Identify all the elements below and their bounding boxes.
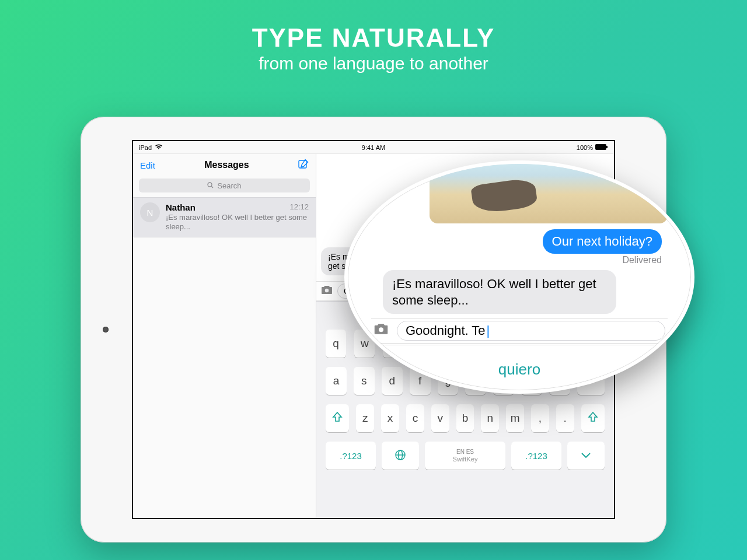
key-period[interactable]: . (556, 404, 574, 432)
message-input-zoom[interactable]: Goodnight. Te | (397, 321, 665, 341)
svg-point-9 (379, 327, 383, 332)
globe-icon (395, 449, 406, 463)
key-q[interactable]: q (326, 330, 346, 358)
zoom-lens: Our next holiday? Delivered ¡Es maravill… (344, 160, 694, 394)
incoming-bubble-zoom: ¡Es maravilloso! OK well I better get so… (383, 270, 616, 314)
camera-icon[interactable] (374, 323, 389, 338)
shift-icon (587, 411, 599, 426)
key-x[interactable]: x (381, 404, 399, 432)
sent-bubble: Our next holiday? (543, 229, 662, 254)
search-icon (207, 181, 214, 190)
key-z[interactable]: z (356, 404, 374, 432)
camera-dot (103, 327, 109, 332)
text-cursor: | (487, 323, 490, 338)
key-dismiss[interactable] (567, 442, 605, 470)
avatar: N (140, 202, 160, 222)
message-preview: ¡Es maravilloso! OK well I better get so… (166, 213, 309, 232)
svg-point-3 (208, 183, 212, 187)
space-lang: EN ES (456, 449, 474, 455)
space-brand: SwiftKey (453, 456, 478, 463)
key-v[interactable]: v (431, 404, 449, 432)
hero-subtitle: from one language to another (0, 54, 747, 74)
conversations-sidebar: Edit Messages Search N Nat (133, 154, 316, 518)
key-d[interactable]: d (382, 367, 403, 395)
compose-button[interactable] (298, 159, 309, 172)
hero-title: TYPE NATURALLY (0, 23, 747, 52)
key-space[interactable]: EN ES SwiftKey (425, 442, 505, 470)
conversation-item[interactable]: N Nathan 12:12 ¡Es maravilloso! OK well … (133, 197, 316, 237)
chevron-down-icon (581, 451, 591, 461)
svg-line-4 (212, 186, 214, 188)
contact-name: Nathan (166, 202, 196, 212)
key-shift-right[interactable] (581, 404, 605, 432)
key-symbols-right[interactable]: .?123 (511, 442, 561, 470)
key-s[interactable]: s (354, 367, 375, 395)
key-n[interactable]: n (481, 404, 499, 432)
edit-button[interactable]: Edit (140, 160, 155, 170)
key-a[interactable]: a (326, 367, 347, 395)
hero-banner: TYPE NATURALLY from one language to anot… (0, 0, 747, 74)
key-shift-left[interactable] (326, 404, 349, 432)
key-symbols-left[interactable]: .?123 (326, 442, 376, 470)
search-input[interactable]: Search (139, 178, 310, 192)
key-c[interactable]: c (406, 404, 424, 432)
search-placeholder: Search (217, 181, 241, 190)
camera-icon[interactable] (321, 285, 333, 297)
delivered-label: Delivered (622, 255, 662, 265)
status-bar: iPad 9:41 AM 100% (133, 141, 614, 154)
key-comma[interactable]: , (531, 404, 549, 432)
key-globe[interactable] (382, 442, 419, 470)
svg-point-5 (325, 289, 329, 292)
clock: 9:41 AM (133, 144, 614, 151)
input-text: Goodnight. Te (406, 323, 486, 338)
message-time: 12:12 (289, 202, 309, 212)
key-b[interactable]: b (456, 404, 474, 432)
key-m[interactable]: m (506, 404, 524, 432)
sidebar-title: Messages (204, 160, 249, 170)
shift-icon (331, 411, 343, 426)
